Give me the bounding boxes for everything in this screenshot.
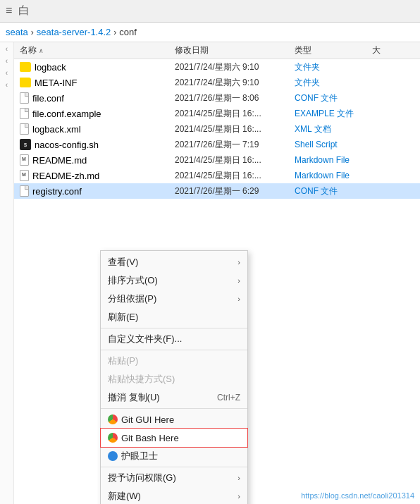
nav-arrow-2[interactable]: ‹ [6,69,8,77]
context-menu-item[interactable]: 撤消 复制(U)Ctrl+Z [101,388,247,407]
context-menu-item[interactable]: Git Bash Here [101,429,247,447]
file-row[interactable]: file.conf2021/7/26/星期一 8:06CONF 文件 [14,90,420,106]
file-row[interactable]: file.conf.example2021/4/25/星期日 16:...EXA… [14,106,420,121]
git-gui-icon [108,414,118,424]
menu-item-label: Git GUI Here [121,414,174,425]
file-list: logback2021/7/24/星期六 9:10文件夹META-INF2021… [14,59,420,199]
context-menu-item[interactable]: 粘贴(P) [101,352,247,370]
menu-item-label: 刷新(E) [108,311,138,324]
context-menu-item[interactable]: Git GUI Here [101,410,247,429]
menu-shortcut: Ctrl+Z [217,393,240,402]
file-date: 2021/7/26/星期一 6:29 [175,185,295,197]
menu-item-label: 查看(V) [108,256,138,269]
file-date: 2021/4/25/星期日 16:... [175,123,295,135]
context-menu-item[interactable]: 粘贴快捷方式(S) [101,370,247,388]
shell-icon: $ [20,139,31,150]
file-date: 2021/7/26/星期一 7:19 [175,139,295,151]
explorer: ‹ ‹ ‹ ‹ 名称 ∧ 修改日期 类型 大 logback2021/7/24/… [0,42,420,504]
file-type: Markdown File [295,171,372,180]
menu-submenu-arrow: › [237,258,240,266]
file-icon [20,108,29,119]
file-name-cell: META-INF [20,78,175,88]
nav-arrow-3[interactable]: ‹ [6,81,8,89]
file-type: CONF 文件 [295,92,372,104]
file-name: file.conf [32,93,64,104]
menu-submenu-arrow: › [237,276,240,285]
file-row[interactable]: META-INF2021/7/24/星期六 9:10文件夹 [14,75,420,90]
watermark: https://blog.csdn.net/caoli201314 [301,491,414,500]
file-icon [20,185,29,197]
menu-separator [101,467,247,467]
menu-item-label: 授予访问权限(G) [108,472,176,484]
file-row[interactable]: README.md2021/4/25/星期日 16:...Markdown Fi… [14,152,420,168]
context-menu-item[interactable]: 排序方式(O)› [101,271,247,290]
file-date: 2021/4/25/星期日 16:... [175,154,295,166]
menu-item-label: 自定义文件夹(F)... [108,333,182,345]
file-date: 2021/7/24/星期六 9:10 [175,77,295,89]
main-content: 名称 ∧ 修改日期 类型 大 logback2021/7/24/星期六 9:10… [14,42,420,504]
menu-item-label: 排序方式(O) [108,274,158,287]
breadcrumb-conf[interactable]: conf [119,27,137,37]
file-type: 文件夹 [295,61,372,73]
column-headers: 名称 ∧ 修改日期 类型 大 [14,42,420,59]
file-type: Markdown File [295,155,372,165]
file-type: CONF 文件 [295,185,372,197]
nav-arrow-1[interactable]: ‹ [6,57,8,65]
nav-arrow-up[interactable]: ‹ [6,45,8,53]
file-icon [20,123,29,135]
menu-submenu-arrow: › [237,492,240,500]
menu-submenu-arrow: › [237,474,240,482]
menu-item-label: 粘贴(P) [108,355,138,367]
file-name-cell: README.md [20,154,175,166]
file-type: Shell Script [295,140,372,149]
file-name-cell: logback.xml [20,123,175,135]
file-name: file.conf.example [32,109,101,119]
context-menu-item[interactable]: 授予访问权限(G)› [101,469,247,487]
file-name: README-zh.md [32,171,99,181]
file-name-cell: README-zh.md [20,170,175,181]
file-name-cell: file.conf.example [20,108,175,119]
menu-item-label: 粘贴快捷方式(S) [108,373,175,386]
context-menu-item[interactable]: 刷新(E) [101,308,247,326]
file-type: XML 文档 [295,123,372,135]
file-row[interactable]: README-zh.md2021/4/25/星期日 16:...Markdown… [14,168,420,183]
folder-icon [20,62,31,72]
empty-area [14,199,420,227]
context-menu-item[interactable]: 查看(V)› [101,253,247,271]
context-menu-item[interactable]: 自定义文件夹(F)... [101,330,247,348]
context-menu-item[interactable]: 护眼卫士 [101,447,247,465]
menu-submenu-arrow: › [237,295,240,303]
context-menu-item[interactable]: 分组依据(P)› [101,290,247,308]
file-name: logback.xml [32,124,81,135]
col-type-label: 类型 [295,44,372,56]
file-name: README.md [32,155,87,166]
menu-item-label: 护眼卫士 [121,450,158,462]
file-date: 2021/4/25/星期日 16:... [175,170,295,182]
breadcrumb-seata[interactable]: seata [6,27,28,37]
file-name: META-INF [35,78,77,88]
file-row[interactable]: logback2021/7/24/星期六 9:10文件夹 [14,59,420,75]
file-name-cell: logback [20,62,175,73]
context-menu: 查看(V)›排序方式(O)›分组依据(P)›刷新(E)自定义文件夹(F)...粘… [100,250,248,504]
file-name-cell: registry.conf [20,185,175,197]
file-row[interactable]: registry.conf2021/7/26/星期一 6:29CONF 文件 [14,183,420,199]
context-menu-item[interactable]: 新建(W)› [101,487,247,504]
file-row[interactable]: logback.xml2021/4/25/星期日 16:...XML 文档 [14,121,420,137]
col-date-label: 修改日期 [175,44,295,56]
menu-item-label: Git Bash Here [121,433,179,443]
md-icon [20,154,29,166]
file-icon [20,92,29,104]
sort-arrow[interactable]: ∧ [39,47,44,54]
git-bash-icon [108,433,118,443]
file-row[interactable]: $nacos-config.sh2021/7/26/星期一 7:19Shell … [14,137,420,152]
menu-item-label: 新建(W) [108,490,141,503]
menu-icon[interactable]: ≡ 白 [6,4,31,18]
menu-item-label: 撤消 复制(U) [108,391,160,404]
col-name-label: 名称 [20,44,37,56]
menu-separator [101,350,247,350]
breadcrumb-server[interactable]: seata-server-1.4.2 [37,27,111,37]
eye-guard-icon [108,451,118,461]
breadcrumb: seata › seata-server-1.4.2 › conf [0,23,420,42]
left-nav: ‹ ‹ ‹ ‹ [0,42,14,504]
file-date: 2021/7/24/星期六 9:10 [175,61,295,73]
